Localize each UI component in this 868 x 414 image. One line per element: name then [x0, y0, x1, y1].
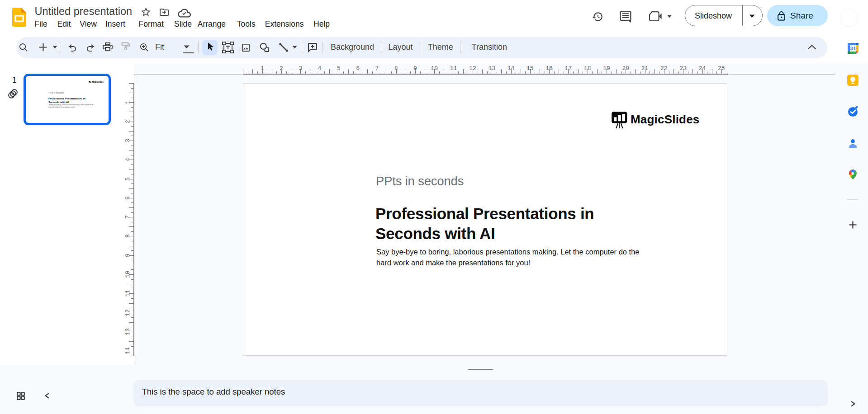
svg-text:31: 31 [850, 46, 856, 51]
